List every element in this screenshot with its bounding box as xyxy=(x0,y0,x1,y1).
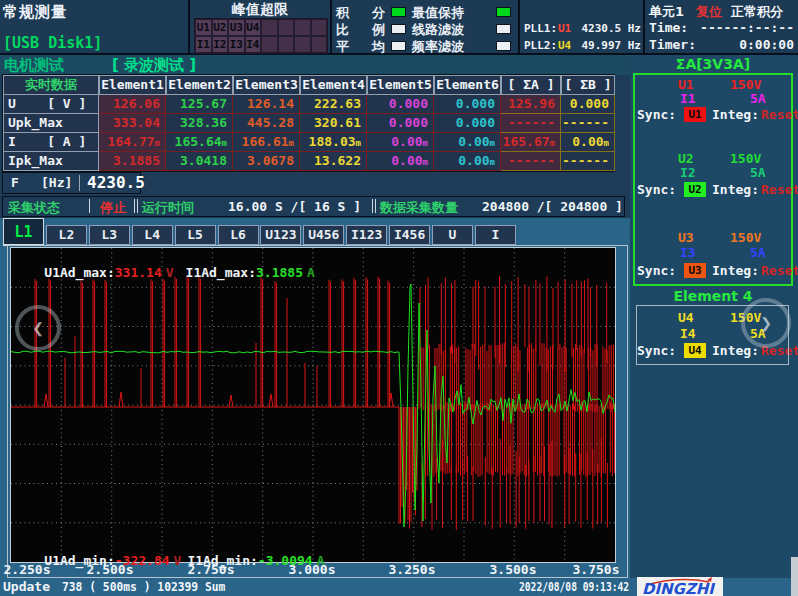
indicator-row: 积 分 最值保持 xyxy=(332,4,518,19)
sync-source-chip[interactable]: U2 xyxy=(684,182,706,197)
waveform-svg xyxy=(11,248,615,562)
tab-L5[interactable]: L5 xyxy=(175,225,216,245)
table-value-cell: 3.0418 xyxy=(166,152,233,171)
table-value-cell: ------ xyxy=(561,114,615,133)
table-row-label: Ipk_Max xyxy=(3,152,99,171)
sample-count-value: 204800 /[ 204800 ] xyxy=(482,199,623,214)
waveform-min-annotation: U1Ad_min:-322.84VI1Ad_min:-3.0094A xyxy=(13,538,324,583)
channel-i-label: I2 xyxy=(680,165,696,180)
time-value: ------:--:-- xyxy=(700,20,794,35)
channel-i-label: I1 xyxy=(680,91,696,106)
integ-reset-button[interactable]: Reset xyxy=(761,263,798,278)
indicator-char1: 比 xyxy=(336,21,349,39)
unit-info-block: 单元1 复位 正常积分 Time: ------:--:-- Timer: 0:… xyxy=(645,0,798,55)
table-header-0: 实时数据 xyxy=(3,75,99,95)
table-value-cell: 3.0678 xyxy=(233,152,300,171)
peak-over-limit-grid: U1U2U3U4I1I2I3I4 xyxy=(194,18,328,54)
tab-I123[interactable]: I123 xyxy=(346,225,387,245)
acq-status-value: 停止 xyxy=(100,199,126,217)
integ-reset-button[interactable]: Reset xyxy=(761,182,798,197)
peak-cell xyxy=(278,36,295,53)
tab-L6[interactable]: L6 xyxy=(218,225,259,245)
sync-source-chip[interactable]: U3 xyxy=(684,263,706,278)
table-value-cell: 166.61m xyxy=(233,133,300,152)
table-row-label: Upk_Max xyxy=(3,114,99,133)
peak-cell-U4: U4 xyxy=(245,19,262,36)
integ-label: Integ: xyxy=(712,263,759,278)
table-header-6: Element6 xyxy=(434,75,501,95)
table-value-cell: 0.00m xyxy=(367,152,434,171)
table-value-cell: ------ xyxy=(561,152,615,171)
integ-reset-button[interactable]: Reset xyxy=(761,107,798,122)
sync-label: Sync: xyxy=(637,107,676,122)
sync-label: Sync: xyxy=(637,182,676,197)
table-value-cell: 0.000 xyxy=(434,95,501,114)
table-header-3: Element3 xyxy=(233,75,300,95)
runtime-label: 运行时间 xyxy=(142,199,194,217)
channel-i-range: 5A xyxy=(750,245,766,260)
i-max-value: 3.1885 xyxy=(256,265,303,280)
acquisition-status-bar: 采集状态 停止 运行时间 16.00 S /[ 16 S ] 数据采集数量 20… xyxy=(2,196,625,217)
record-test-label: [ 录波测试 ] xyxy=(112,56,196,75)
sync-source-chip[interactable]: U1 xyxy=(684,107,706,122)
tab-I456[interactable]: I456 xyxy=(389,225,430,245)
x-tick-label: 3.750s xyxy=(566,562,626,577)
tab-L3[interactable]: L3 xyxy=(89,225,130,245)
tab-U[interactable]: U xyxy=(432,225,473,245)
peak-cell-U3: U3 xyxy=(228,19,245,36)
pll2-label: PLL2: xyxy=(524,39,557,52)
peak-cell xyxy=(311,36,328,53)
table-row-label: I [ A ] xyxy=(3,133,99,152)
pll1-source: U1 xyxy=(558,22,571,35)
divider xyxy=(89,199,90,213)
pll2-value: 49.997 Hz xyxy=(581,39,641,52)
table-value-cell: 3.1885 xyxy=(99,152,166,171)
vendor-logo: DINGZHI xyxy=(637,577,723,596)
peak-cell xyxy=(294,19,311,36)
usb-disk-status: [USB Disk1] xyxy=(3,34,102,52)
peak-cell-I1: I1 xyxy=(195,36,212,53)
channel-u-range: 150V xyxy=(730,151,761,166)
table-value-cell: 320.61 xyxy=(300,114,367,133)
table-value-cell: ------ xyxy=(501,152,561,171)
table-row-label: U [ V ] xyxy=(3,95,99,114)
table-value-cell: 0.000 xyxy=(367,114,434,133)
channel-u-label: U3 xyxy=(678,230,694,245)
table-header-8: [ ΣB ] xyxy=(561,75,615,95)
x-tick-label: 3.000s xyxy=(282,562,342,577)
table-value-cell: 0.000 xyxy=(561,95,615,114)
channel-i-range: 5A xyxy=(750,91,766,106)
peak-cell-U1: U1 xyxy=(195,19,212,36)
table-value-cell: 222.63 xyxy=(300,95,367,114)
timer-value: 0:00:00 xyxy=(739,37,794,52)
u-max-label: U1Ad_max: xyxy=(44,265,114,280)
pll-block: PLL1: U1 4230.5 Hz PLL2: U4 49.997 Hz xyxy=(520,0,643,55)
peak-cell xyxy=(311,19,328,36)
tab-L2[interactable]: L2 xyxy=(46,225,87,245)
peak-cell-I2: I2 xyxy=(212,36,229,53)
x-tick-label: 2.250s xyxy=(0,562,57,577)
nav-right-circle[interactable]: ❯ xyxy=(741,298,791,348)
table-value-cell: 0.00m xyxy=(434,152,501,171)
motor-test-strip: 电机测试 [ 录波测试 ] xyxy=(0,55,630,75)
indicator-label: 线路滤波 xyxy=(412,21,464,39)
unit-reset-label[interactable]: 复位 xyxy=(696,3,722,21)
pll1-label: PLL1: xyxy=(524,22,557,35)
divider xyxy=(372,199,373,213)
measurement-table: 实时数据Element1Element2Element3Element4Elem… xyxy=(2,74,615,172)
tab-I[interactable]: I xyxy=(475,225,516,245)
indicator-char1: 积 xyxy=(336,4,349,22)
tab-U123[interactable]: U123 xyxy=(260,225,301,245)
u-max-unit: V xyxy=(166,265,174,280)
i-max-label: I1Ad_max: xyxy=(186,265,256,280)
tab-L1[interactable]: L1 xyxy=(3,218,44,245)
table-header-7: [ ΣA ] xyxy=(501,75,561,95)
tab-U456[interactable]: U456 xyxy=(303,225,344,245)
nav-left-circle[interactable]: ❮ xyxy=(15,305,61,351)
table-value-cell: 165.67m xyxy=(501,133,561,152)
acq-status-label: 采集状态 xyxy=(8,199,60,217)
table-header-2: Element2 xyxy=(166,75,233,95)
logo-text: DINGZHI xyxy=(642,580,714,596)
channel-i-label: I3 xyxy=(680,245,696,260)
tab-L4[interactable]: L4 xyxy=(132,225,173,245)
